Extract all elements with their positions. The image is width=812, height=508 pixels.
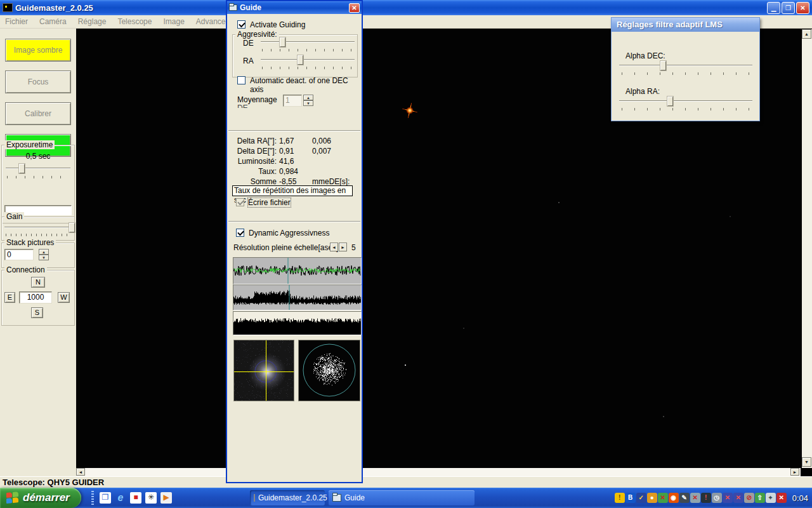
pulse-duration-field[interactable]: 1000: [19, 291, 52, 304]
exposure-slider-thumb[interactable]: [19, 164, 25, 173]
menu-camera[interactable]: Caméra: [39, 17, 67, 26]
vertical-scrollbar[interactable]: ▲ ▼: [802, 29, 812, 468]
ra-error-graph: [233, 257, 362, 284]
scroll-up-button[interactable]: ▲: [802, 29, 811, 39]
dynamic-aggressivness-checkbox[interactable]: [236, 229, 244, 237]
gain-slider-thumb[interactable]: [69, 223, 75, 232]
wifi-disconnected-icon[interactable]: ✕: [690, 493, 700, 503]
moyennage-clipped-label: DE: [237, 104, 248, 108]
auto-deact-checkbox[interactable]: [237, 76, 246, 84]
security-alert-icon[interactable]: !: [615, 493, 625, 503]
start-button[interactable]: démarrer: [0, 488, 81, 508]
show-desktop-icon[interactable]: ❐: [100, 492, 111, 504]
lms-panel-title: Réglages filtre adaptif LMS: [612, 18, 759, 32]
activate-guiding-label: Activate Guiding: [250, 20, 305, 29]
ecrire-fichier-checkbox[interactable]: [236, 198, 244, 206]
desktop: Guidemaster_2.0.25 ▁ ❐ ✕ Fichier Caméra …: [0, 0, 812, 508]
ra-slider-thumb[interactable]: [298, 55, 303, 65]
gain-group: Gain: [1, 217, 75, 241]
taskbar-button-label: Guidemaster_2.0.25: [258, 493, 327, 502]
brightness-graph: [233, 311, 362, 335]
stack-count-field[interactable]: 0: [4, 249, 34, 260]
exposure-group-label: Exposuretime: [4, 140, 55, 149]
guide-task-icon: [332, 494, 341, 502]
scheduler-icon[interactable]: ◷: [712, 493, 722, 503]
moyennage-spinner[interactable]: ▲▼: [303, 95, 313, 106]
pen-device-icon[interactable]: ✎: [679, 493, 690, 503]
exposure-value: 0,5 sec: [2, 152, 74, 161]
north-button[interactable]: N: [31, 277, 45, 288]
stack-group-label: Stack pictures: [4, 238, 56, 247]
dynamic-aggressivness-label: Dynamic Aggressivness: [249, 229, 329, 237]
scroll-down-button[interactable]: ▼: [802, 457, 811, 467]
daemon-tools-icon[interactable]: ◉: [669, 493, 679, 503]
resolution-increase-button[interactable]: ►: [339, 243, 347, 251]
resolution-decrease-button[interactable]: ◄: [330, 243, 338, 251]
alpha-ra-slider-thumb[interactable]: [667, 97, 673, 106]
quicklaunch-grip[interactable]: [91, 491, 94, 505]
menu-image[interactable]: Image: [163, 17, 184, 26]
alpha-dec-slider-thumb[interactable]: [660, 61, 666, 70]
menu-reglage[interactable]: Réglage: [78, 17, 107, 26]
auto-deact-label: Automatic deact. of one DEC axis: [250, 76, 362, 94]
alpha-ra-slider[interactable]: [619, 96, 752, 107]
connection-group: Connection N E 1000 W S: [1, 270, 75, 326]
stat-label: Taux:: [232, 167, 277, 176]
moyennage-label: Moyennage: [237, 95, 277, 104]
scroll-left-button[interactable]: ◄: [76, 468, 85, 476]
focus-button[interactable]: Focus: [5, 70, 71, 93]
moyennage-field[interactable]: 1: [283, 95, 302, 107]
restore-button[interactable]: ❐: [782, 2, 795, 14]
update-shield-icon[interactable]: ●: [647, 493, 657, 503]
east-button[interactable]: E: [4, 292, 15, 303]
media-player-icon[interactable]: ▶: [160, 492, 172, 504]
taskbar-button-guidemaster[interactable]: Guidemaster_2.0.25: [250, 490, 325, 505]
lan-error-icon[interactable]: ✕: [723, 493, 733, 503]
de-aggressivity-slider[interactable]: [261, 37, 355, 48]
exposure-slider[interactable]: [6, 163, 70, 175]
scroll-right-button[interactable]: ►: [790, 468, 799, 476]
pointer-device-icon[interactable]: ⌖: [766, 493, 776, 503]
stat-value: 0,91: [279, 147, 294, 156]
network-error-icon[interactable]: ✕: [658, 493, 668, 503]
close-button[interactable]: ✕: [796, 2, 809, 14]
telescope-status: Telescope: QHY5 GUIDER: [3, 478, 104, 487]
usb-alert-icon[interactable]: !: [701, 493, 711, 503]
ra-label: RA: [243, 57, 254, 65]
stat-value2: 0,006: [312, 137, 331, 145]
image-sombre-button[interactable]: Image sombre: [5, 39, 71, 62]
internet-explorer-icon[interactable]: e: [115, 492, 126, 504]
de-slider-thumb[interactable]: [280, 37, 285, 47]
stat-value2: 0,007: [312, 147, 331, 156]
taskbar-button-guide[interactable]: Guide: [329, 490, 475, 505]
lan-error2-icon[interactable]: ✕: [733, 493, 743, 503]
activate-guiding-checkbox[interactable]: [237, 20, 246, 29]
red-app-icon[interactable]: ■: [130, 492, 141, 504]
west-button[interactable]: W: [58, 292, 70, 303]
guide-dialog-title: Guide: [240, 3, 261, 12]
menu-fichier[interactable]: Fichier: [5, 17, 28, 26]
alpha-ra-label: Alpha RA:: [625, 87, 660, 96]
safely-remove-icon[interactable]: ⇧: [755, 493, 765, 503]
antivirus-alert-icon[interactable]: ✕: [776, 493, 787, 503]
blocked-app-icon[interactable]: ⊘: [744, 493, 754, 503]
alpha-dec-slider[interactable]: [619, 60, 752, 71]
minimize-button[interactable]: ▁: [767, 2, 780, 14]
bluetooth-icon[interactable]: B: [625, 493, 636, 503]
windows-logo-icon: [6, 491, 19, 504]
horizontal-scrollbar[interactable]: ◄ ►: [76, 468, 801, 476]
taskbar: démarrer ❐e■✳▶ Guidemaster_2.0.25 Guide …: [0, 488, 812, 508]
menu-telescope[interactable]: Telescope: [117, 17, 152, 26]
stack-spinner[interactable]: ▲▼: [39, 249, 49, 260]
south-button[interactable]: S: [31, 307, 43, 318]
star-profile-view: [298, 340, 360, 401]
menu-advanced[interactable]: Advanced: [196, 17, 230, 26]
dialog-close-button[interactable]: ✕: [349, 3, 360, 13]
guide-star: [400, 101, 419, 120]
calibrer-button[interactable]: Calibrer: [5, 102, 71, 125]
ra-aggressivity-slider[interactable]: [261, 55, 355, 65]
gain-slider[interactable]: [4, 222, 72, 232]
ccd-app-icon[interactable]: ✳: [145, 492, 157, 504]
shield-check-icon[interactable]: ✓: [636, 493, 646, 503]
ecrire-fichier-label: Écrire fichier: [248, 198, 291, 207]
